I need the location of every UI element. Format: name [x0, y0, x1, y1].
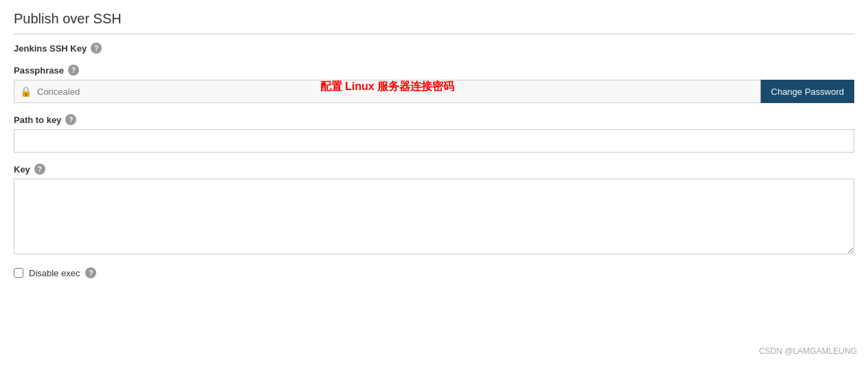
passphrase-input-wrapper: 🔒 Concealed: [14, 80, 761, 103]
passphrase-help-icon[interactable]: ?: [68, 65, 79, 76]
ssh-key-label: Jenkins SSH Key ?: [14, 43, 854, 54]
passphrase-section: Passphrase ? 🔒 Concealed 配置 Linux 服务器连接密…: [14, 65, 854, 103]
lock-icon: 🔒: [20, 86, 32, 97]
disable-exec-checkbox[interactable]: [14, 268, 23, 278]
ssh-key-label-text: Jenkins SSH Key: [14, 43, 87, 54]
passphrase-label: Passphrase ?: [14, 65, 854, 76]
disable-exec-row: Disable exec ?: [14, 267, 854, 278]
watermark: CSDN @LAMGAMLEUNG: [759, 346, 857, 356]
key-textarea[interactable]: [14, 179, 854, 254]
path-to-key-label: Path to key ?: [14, 114, 854, 125]
page-title: Publish over SSH: [14, 11, 854, 34]
path-to-key-input[interactable]: [14, 129, 854, 153]
key-label: Key ?: [14, 164, 854, 175]
key-section: Key ?: [14, 164, 854, 256]
concealed-text: Concealed: [37, 87, 755, 97]
ssh-key-help-icon[interactable]: ?: [91, 43, 102, 54]
path-to-key-help-icon[interactable]: ?: [65, 114, 76, 125]
passphrase-label-text: Passphrase: [14, 65, 64, 76]
disable-exec-label-text: Disable exec: [29, 268, 80, 278]
passphrase-input-outer: 🔒 Concealed 配置 Linux 服务器连接密码: [14, 80, 761, 103]
change-password-button[interactable]: Change Password: [761, 80, 854, 103]
path-to-key-section: Path to key ?: [14, 114, 854, 153]
key-help-icon[interactable]: ?: [34, 164, 45, 175]
key-label-text: Key: [14, 164, 30, 175]
ssh-key-section: Jenkins SSH Key ?: [14, 43, 854, 54]
disable-exec-help-icon[interactable]: ?: [85, 267, 96, 278]
path-to-key-label-text: Path to key: [14, 115, 61, 125]
passphrase-row: 🔒 Concealed 配置 Linux 服务器连接密码 Change Pass…: [14, 80, 854, 103]
